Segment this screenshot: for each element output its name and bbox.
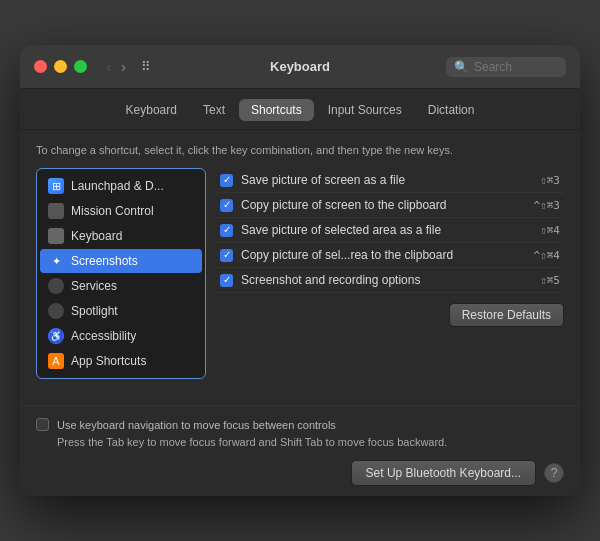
sidebar-item-services[interactable]: Services — [40, 274, 202, 298]
checkbox-0[interactable]: ✓ — [220, 174, 233, 187]
shortcut-label-0: Save picture of screen as a file — [241, 173, 532, 187]
grid-icon: ⠿ — [141, 59, 151, 74]
app-shortcuts-icon: A — [48, 353, 64, 369]
tab-keyboard[interactable]: Keyboard — [114, 99, 189, 121]
sidebar-item-label: Accessibility — [71, 329, 136, 343]
accessibility-icon: ♿ — [48, 328, 64, 344]
shortcut-keys-0: ⇧⌘3 — [540, 174, 560, 187]
search-input[interactable] — [474, 60, 558, 74]
keyboard-nav-hint: Press the Tab key to move focus forward … — [57, 436, 564, 448]
help-button[interactable]: ? — [544, 463, 564, 483]
nav-arrows: ‹ › — [103, 56, 129, 77]
shortcut-keys-2: ⇧⌘4 — [540, 224, 560, 237]
sidebar-item-launchpad[interactable]: ⊞ Launchpad & D... — [40, 174, 202, 198]
sidebar-item-app-shortcuts[interactable]: A App Shortcuts — [40, 349, 202, 373]
services-icon — [48, 278, 64, 294]
tab-input-sources[interactable]: Input Sources — [316, 99, 414, 121]
sidebar-item-label: Launchpad & D... — [71, 179, 164, 193]
sidebar-item-label: Mission Control — [71, 204, 154, 218]
close-button[interactable] — [34, 60, 47, 73]
tab-text[interactable]: Text — [191, 99, 237, 121]
mission-control-icon — [48, 203, 64, 219]
sidebar-item-label: Keyboard — [71, 229, 122, 243]
launchpad-icon: ⊞ — [48, 178, 64, 194]
shortcut-row-0[interactable]: ✓ Save picture of screen as a file ⇧⌘3 — [216, 168, 564, 193]
checkbox-2[interactable]: ✓ — [220, 224, 233, 237]
check-icon: ✓ — [223, 250, 231, 260]
search-icon: 🔍 — [454, 60, 469, 74]
shortcut-row-4[interactable]: ✓ Screenshot and recording options ⇧⌘5 — [216, 268, 564, 293]
check-icon: ✓ — [223, 275, 231, 285]
shortcut-row-1[interactable]: ✓ Copy picture of screen to the clipboar… — [216, 193, 564, 218]
shortcut-keys-3: ^⇧⌘4 — [534, 249, 561, 262]
shortcuts-panel: ✓ Save picture of screen as a file ⇧⌘3 ✓… — [216, 168, 564, 379]
shortcut-row-2[interactable]: ✓ Save picture of selected area as a fil… — [216, 218, 564, 243]
screenshots-icon: ✦ — [48, 253, 64, 269]
forward-arrow-icon[interactable]: › — [118, 56, 129, 77]
fullscreen-button[interactable] — [74, 60, 87, 73]
restore-defaults-button[interactable]: Restore Defaults — [449, 303, 564, 327]
tab-dictation[interactable]: Dictation — [416, 99, 487, 121]
keyboard-nav-row: Use keyboard navigation to move focus be… — [36, 418, 564, 431]
keyboard-window: ‹ › ⠿ Keyboard 🔍 Keyboard Text Shortcuts… — [20, 45, 580, 496]
minimize-button[interactable] — [54, 60, 67, 73]
sidebar-item-label: Services — [71, 279, 117, 293]
back-arrow-icon[interactable]: ‹ — [103, 56, 114, 77]
keyboard-nav-label: Use keyboard navigation to move focus be… — [57, 419, 336, 431]
traffic-lights — [34, 60, 87, 73]
shortcut-label-4: Screenshot and recording options — [241, 273, 532, 287]
content-area: To change a shortcut, select it, click t… — [20, 130, 580, 393]
tabs-bar: Keyboard Text Shortcuts Input Sources Di… — [20, 89, 580, 130]
checkbox-1[interactable]: ✓ — [220, 199, 233, 212]
sidebar-item-label: Screenshots — [71, 254, 138, 268]
sidebar-item-label: App Shortcuts — [71, 354, 146, 368]
bottom-section: Use keyboard navigation to move focus be… — [20, 405, 580, 496]
keyboard-nav-checkbox[interactable] — [36, 418, 49, 431]
sidebar-item-accessibility[interactable]: ♿ Accessibility — [40, 324, 202, 348]
sidebar-item-spotlight[interactable]: Spotlight — [40, 299, 202, 323]
hint-text: To change a shortcut, select it, click t… — [36, 144, 564, 156]
titlebar: ‹ › ⠿ Keyboard 🔍 — [20, 45, 580, 89]
checkbox-4[interactable]: ✓ — [220, 274, 233, 287]
sidebar-item-screenshots[interactable]: ✦ Screenshots — [40, 249, 202, 273]
window-title: Keyboard — [270, 59, 330, 74]
search-box[interactable]: 🔍 — [446, 57, 566, 77]
spotlight-icon — [48, 303, 64, 319]
sidebar-item-keyboard[interactable]: Keyboard — [40, 224, 202, 248]
bottom-buttons: Set Up Bluetooth Keyboard... ? — [36, 460, 564, 486]
bluetooth-keyboard-button[interactable]: Set Up Bluetooth Keyboard... — [351, 460, 536, 486]
shortcut-label-1: Copy picture of screen to the clipboard — [241, 198, 526, 212]
main-area: ⊞ Launchpad & D... Mission Control Keybo… — [36, 168, 564, 379]
checkbox-3[interactable]: ✓ — [220, 249, 233, 262]
shortcut-keys-1: ^⇧⌘3 — [534, 199, 561, 212]
shortcut-label-3: Copy picture of sel...rea to the clipboa… — [241, 248, 526, 262]
shortcut-label-2: Save picture of selected area as a file — [241, 223, 532, 237]
sidebar-item-mission-control[interactable]: Mission Control — [40, 199, 202, 223]
keyboard-icon — [48, 228, 64, 244]
sidebar-item-label: Spotlight — [71, 304, 118, 318]
restore-btn-row: Restore Defaults — [216, 303, 564, 327]
check-icon: ✓ — [223, 175, 231, 185]
shortcut-categories-list: ⊞ Launchpad & D... Mission Control Keybo… — [36, 168, 206, 379]
shortcut-row-3[interactable]: ✓ Copy picture of sel...rea to the clipb… — [216, 243, 564, 268]
tab-shortcuts[interactable]: Shortcuts — [239, 99, 314, 121]
check-icon: ✓ — [223, 200, 231, 210]
shortcut-keys-4: ⇧⌘5 — [540, 274, 560, 287]
check-icon: ✓ — [223, 225, 231, 235]
